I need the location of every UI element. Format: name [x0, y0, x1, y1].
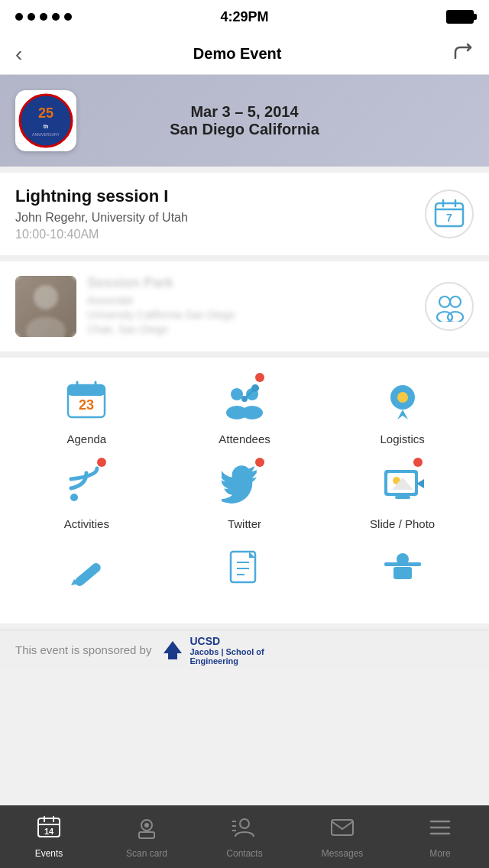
svg-point-54: [144, 823, 149, 828]
tab-more[interactable]: More: [391, 805, 489, 868]
person-card[interactable]: Session Park Associate University Califo…: [0, 261, 489, 351]
document-icon: [217, 542, 272, 598]
attendees-label: Attendees: [219, 432, 270, 445]
twitter-icon: [217, 458, 272, 513]
svg-point-10: [26, 317, 66, 337]
presenter-icon: [375, 542, 430, 598]
status-time: 4:29PM: [220, 9, 268, 25]
scan-card-tab-label: Scan card: [126, 848, 167, 859]
slide-photo-icon: [375, 458, 430, 513]
logistics-icon: [375, 373, 430, 428]
svg-point-24: [241, 406, 263, 419]
contacts-tab-label: Contacts: [226, 848, 262, 859]
svg-point-55: [240, 819, 249, 828]
svg-point-30: [70, 494, 78, 501]
slide-photo-notification-dot: [413, 458, 423, 467]
events-tab-label: Events: [35, 848, 63, 859]
svg-point-14: [448, 312, 463, 322]
session-time: 10:00-10:40AM: [15, 228, 416, 241]
messages-tab-icon: [330, 815, 355, 845]
status-bar: 4:29PM: [0, 0, 489, 34]
lightning-session-card[interactable]: Lightning session I John Regehr, Univers…: [0, 173, 489, 255]
attendees-icon-circle: [425, 282, 474, 331]
sponsor-logo: UCSD Jacobs | School of Engineering: [160, 635, 264, 666]
jacobs-label: Jacobs | School of: [189, 647, 264, 656]
engineering-label: Engineering: [189, 656, 264, 666]
event-date: Mar 3 – 5, 2014: [170, 103, 319, 121]
document-item[interactable]: [167, 542, 323, 604]
attendees-item[interactable]: Attendees: [167, 373, 323, 445]
battery-icon: [446, 10, 474, 24]
session-title: Lightning session I: [15, 186, 416, 206]
calendar-icon-circle: 7: [425, 189, 474, 238]
attendees-notification-dot: [255, 373, 264, 382]
messages-tab-label: Messages: [322, 848, 364, 859]
event-logo: 25 th ANNIVERSARY: [15, 90, 76, 151]
svg-rect-35: [395, 496, 410, 499]
edit-icon: [59, 542, 114, 598]
svg-point-11: [439, 296, 450, 307]
svg-point-29: [397, 392, 408, 403]
svg-rect-53: [139, 832, 154, 838]
tab-messages[interactable]: Messages: [293, 805, 391, 868]
svg-text:7: 7: [446, 212, 452, 224]
svg-text:25: 25: [38, 105, 53, 121]
twitter-notification-dot: [255, 458, 264, 467]
sponsor-text: This event is sponsored by: [15, 643, 151, 656]
svg-rect-46: [168, 653, 177, 659]
svg-text:23: 23: [79, 397, 94, 413]
svg-point-0: [20, 95, 72, 147]
svg-rect-44: [393, 567, 412, 579]
feature-grid: 23 Agenda Attendees: [0, 358, 489, 623]
tab-events[interactable]: 14 Events: [0, 805, 98, 868]
twitter-item[interactable]: Twitter: [167, 458, 323, 530]
tab-scan-card[interactable]: Scan card: [98, 805, 196, 868]
hero-section: 25 th ANNIVERSARY Mar 3 – 5, 2014 San Di…: [0, 75, 489, 167]
events-tab-icon: 14: [37, 815, 61, 845]
logistics-label: Logistics: [380, 432, 424, 445]
person-info: Session Park Associate University Califo…: [87, 275, 416, 338]
tab-bar: 14 Events Scan card Contacts: [0, 805, 489, 868]
grid-row-3-partial: [8, 542, 481, 604]
more-tab-label: More: [429, 848, 450, 859]
svg-point-9: [34, 285, 58, 309]
attendees-icon: [217, 373, 272, 428]
grid-row-1: 23 Agenda Attendees: [8, 373, 481, 445]
twitter-label: Twitter: [228, 517, 261, 530]
scan-card-tab-icon: [134, 815, 159, 845]
ucsd-label: UCSD: [189, 635, 264, 647]
svg-rect-45: [384, 562, 421, 566]
agenda-label: Agenda: [66, 432, 106, 445]
more-tab-icon: [428, 815, 452, 845]
session-presenter: John Regehr, University of Utah: [15, 211, 416, 225]
agenda-icon: 23: [59, 373, 114, 428]
tab-contacts[interactable]: Contacts: [196, 805, 293, 868]
person-avatar: [15, 276, 76, 337]
slide-photo-item[interactable]: Slide / Photo: [324, 458, 481, 530]
slide-photo-label: Slide / Photo: [370, 517, 435, 530]
activities-item[interactable]: Activities: [8, 458, 165, 530]
hero-event-info: Mar 3 – 5, 2014 San Diego California: [170, 103, 319, 138]
svg-rect-59: [332, 820, 353, 835]
svg-point-21: [231, 388, 243, 400]
presenter-item[interactable]: [324, 542, 481, 604]
activities-icon: [59, 458, 114, 513]
agenda-item[interactable]: 23 Agenda: [8, 373, 165, 445]
svg-text:th: th: [44, 124, 49, 129]
event-location: San Diego California: [170, 121, 319, 138]
contacts-tab-icon: [232, 815, 257, 845]
svg-point-12: [450, 296, 461, 307]
person-role: Associate: [87, 294, 416, 306]
grid-row-2: Activities Twitter: [8, 458, 481, 530]
person-affiliation: University California San Diego: [87, 309, 416, 321]
svg-text:ANNIVERSARY: ANNIVERSARY: [32, 132, 60, 137]
edit-item[interactable]: [8, 542, 165, 604]
nav-bar: ‹ Demo Event: [0, 34, 489, 75]
share-button[interactable]: [452, 41, 474, 67]
person-name: Session Park: [87, 275, 416, 291]
signal-dots: [15, 13, 72, 21]
back-button[interactable]: ‹: [15, 42, 22, 66]
logistics-item[interactable]: Logistics: [324, 373, 481, 445]
person-extra: Chair, San Diego: [87, 323, 416, 335]
page-title: Demo Event: [193, 45, 282, 63]
